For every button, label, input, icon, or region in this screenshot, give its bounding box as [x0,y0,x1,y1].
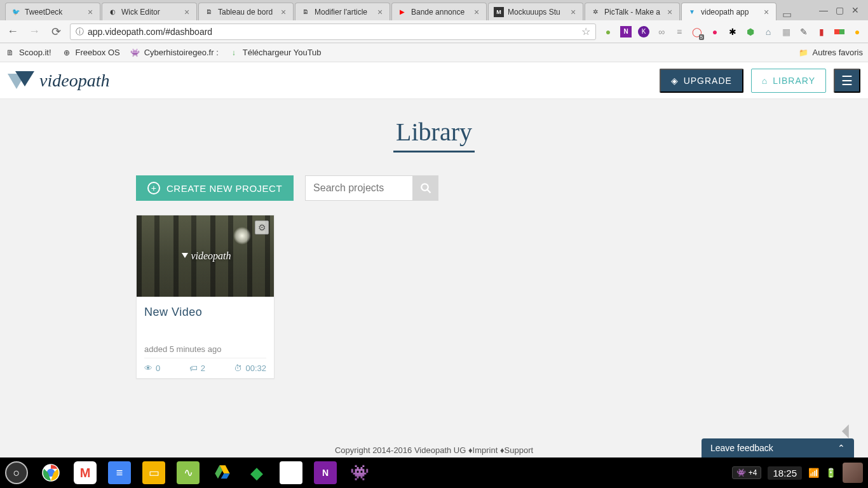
indicator-icon: 👾 [736,468,746,477]
scroll-up-icon[interactable]: ◤ [839,422,857,440]
feedly-icon[interactable]: ◆ [245,461,268,484]
ext-icon[interactable]: ▮ [816,26,827,37]
tab-videopath[interactable]: ▼ videopath app × [681,3,776,20]
create-label: CREATE NEW PROJECT [166,183,282,194]
close-icon[interactable]: × [665,8,674,17]
ext-icon[interactable]: ✱ [727,26,738,37]
library-label: LIBRARY [773,76,815,86]
bookmark-freebox[interactable]: ⊕ Freebox OS [62,48,120,58]
library-button[interactable]: ⌂ LIBRARY [751,69,826,93]
duration-value: 00:32 [245,363,266,373]
project-settings-button[interactable]: ⚙ [255,220,269,234]
mockuuups-icon: M [494,7,504,17]
thumbnail-sun [233,227,251,245]
app-header: videopath ◈ UPGRADE ⌂ LIBRARY ☰ [0,62,868,99]
gmail-icon[interactable]: M [74,461,97,484]
tab-title: Modifier l'article [315,8,373,17]
ext-icon[interactable] [834,26,845,37]
bookmark-label: Autres favoris [813,48,863,57]
tab-wick[interactable]: ◐ Wick Editor × [102,3,197,20]
close-icon[interactable]: × [569,8,578,17]
tab-mockuuups[interactable]: M Mockuuups Stu × [488,3,583,20]
bookmark-label: Téléchargeur YouTub [243,48,322,57]
address-bar[interactable]: ⓘ app.videopath.com/#dashboard ☆ [70,24,596,40]
youtube-icon: ▶ [397,7,407,17]
tag-icon: 🏷 [189,363,198,373]
wifi-icon[interactable]: 📶 [808,468,819,478]
minimize-button[interactable]: — [819,5,828,15]
ext-icon[interactable]: ◯5 [691,26,703,37]
project-thumbnail[interactable]: videopath ⚙ [137,215,274,297]
maximize-button[interactable]: ▢ [836,5,844,15]
clock[interactable]: 18:25 [768,466,802,480]
videopath-logo[interactable]: videopath [8,70,109,92]
controls-row: + CREATE NEW PROJECT [0,158,868,201]
tray-indicator[interactable]: 👾 +4 [732,466,762,479]
upgrade-button[interactable]: ◈ UPGRADE [660,69,743,93]
folder-icon: 📁 [799,48,809,58]
stat-views: 👁 0 [144,363,160,373]
ext-icon[interactable]: ⬢ [745,26,756,37]
slides-icon[interactable]: ▭ [142,461,165,484]
bookmark-star-icon[interactable]: ☆ [581,25,590,37]
menu-button[interactable]: ☰ [834,69,860,93]
project-added: added 5 minutes ago [144,344,266,358]
feedback-tab[interactable]: Leave feedback ⌃ [702,438,854,458]
close-icon[interactable]: × [86,8,95,17]
bookmark-scoopit[interactable]: 🗎 Scoop.it! [5,48,51,58]
tab-pictalk[interactable]: ✲ PicTalk - Make a × [585,3,680,20]
url-text: app.videopath.com/#dashboard [88,27,578,37]
project-card[interactable]: videopath ⚙ New Video added 5 minutes ag… [136,215,275,379]
ext-icon[interactable]: ▦ [780,26,792,37]
search-input[interactable] [305,175,413,201]
ext-icon[interactable]: N [620,26,632,37]
close-icon[interactable]: × [182,8,191,17]
battery-icon[interactable]: 🔋 [825,468,836,478]
bookmark-other[interactable]: 📁 Autres favoris [799,48,863,58]
ext-icon[interactable]: K [638,26,649,37]
tab-bar: 🐦 TweetDeck × ◐ Wick Editor × 🗎 Tableau … [0,0,868,20]
tab-tableau[interactable]: 🗎 Tableau de bord × [198,3,294,20]
ext-icon[interactable]: ∞ [656,26,667,37]
feedback-label: Leave feedback [710,443,773,453]
ext-icon[interactable]: ⌂ [763,26,774,37]
close-icon[interactable]: × [376,8,384,17]
ext-icon[interactable]: ✎ [798,26,810,37]
close-icon[interactable]: × [472,8,481,17]
close-icon[interactable]: × [762,8,771,17]
tab-youtube[interactable]: ▶ Bande annonce × [391,3,487,20]
play-store-icon[interactable]: ▶ [280,461,302,484]
ext-icon[interactable]: ● [709,26,721,37]
avatar[interactable] [843,463,863,483]
drive-icon[interactable] [211,461,234,484]
ext-icon[interactable]: ● [851,26,863,37]
chrome-icon[interactable] [39,461,62,484]
ext-icon[interactable]: ≡ [674,26,685,37]
close-window-button[interactable]: ✕ [851,5,859,15]
bookmark-youtube-dl[interactable]: ↓ Téléchargeur YouTub [229,48,322,58]
page-title: Library [393,117,475,152]
forward-button[interactable]: → [27,24,42,39]
app-icon[interactable]: 👾 [348,461,371,484]
close-icon[interactable]: × [279,8,288,17]
tab-tweetdeck[interactable]: 🐦 TweetDeck × [5,3,100,20]
bookmark-cyberhist[interactable]: 👾 Cyberhistoiregeo.fr : [130,48,219,58]
tab-modifier[interactable]: 🗎 Modifier l'article × [295,3,390,20]
reload-button[interactable]: ⟳ [48,24,64,39]
site-info-icon[interactable]: ⓘ [76,26,84,37]
new-tab-button[interactable]: ▭ [778,8,796,20]
search-button[interactable] [413,175,438,201]
back-button[interactable]: ← [5,24,20,39]
system-tray: 👾 +4 18:25 📶 🔋 [732,463,863,483]
stat-duration: ⏱ 00:32 [234,363,266,373]
browser-chrome: 🐦 TweetDeck × ◐ Wick Editor × 🗎 Tableau … [0,0,868,62]
download-icon: ↓ [229,48,239,58]
docs-icon[interactable]: ≡ [108,461,131,484]
ext-icon[interactable]: ● [602,26,614,37]
app-icon[interactable]: ∿ [177,461,200,484]
create-project-button[interactable]: + CREATE NEW PROJECT [136,175,294,201]
onenote-icon[interactable]: N [314,461,337,484]
window-controls: — ▢ ✕ [815,5,863,15]
pictalk-icon: ✲ [590,7,600,17]
launcher-button[interactable]: ○ [5,461,28,484]
